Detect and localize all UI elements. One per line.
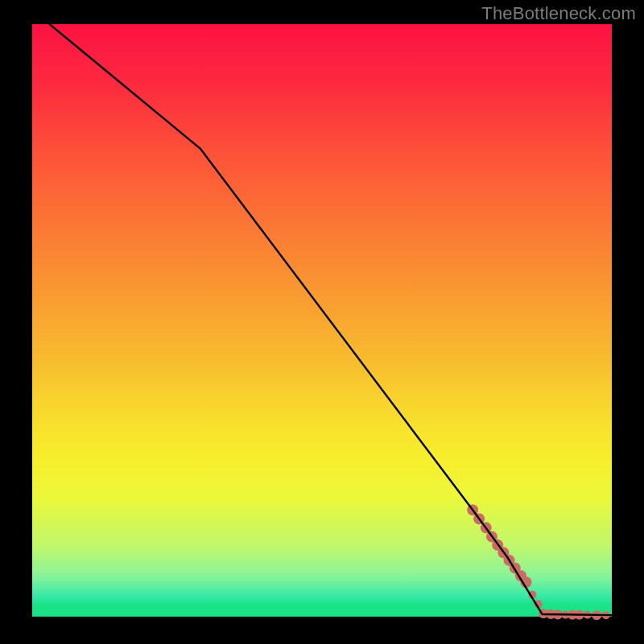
plot-area: [32, 24, 612, 617]
watermark-text: TheBottleneck.com: [481, 3, 636, 24]
marker-group: [467, 505, 610, 621]
root-frame: TheBottleneck.com: [0, 0, 644, 644]
main-curve: [50, 24, 612, 615]
chart-svg: [32, 24, 612, 617]
